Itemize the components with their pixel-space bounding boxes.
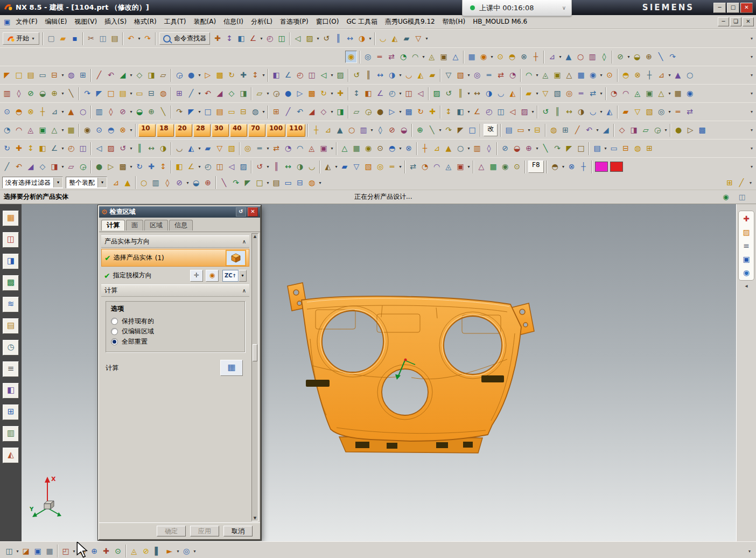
toolbar-icon[interactable]: ◔ <box>419 161 430 172</box>
toolbar-icon[interactable]: □ <box>576 143 586 154</box>
inferred-vector-icon[interactable]: ◉ <box>206 270 219 282</box>
calculate-button[interactable]: ▦ <box>220 360 243 376</box>
toolbar-icon[interactable]: ╱ <box>186 88 197 99</box>
toolbar-icon[interactable]: ◍ <box>548 124 559 136</box>
toolbar-icon[interactable]: ▤ <box>117 88 128 99</box>
toolbar-icon[interactable]: ▦ <box>673 88 683 99</box>
dropdown-arrow-icon[interactable]: ▾ <box>129 73 134 78</box>
toolbar-icon[interactable]: ◠ <box>431 161 442 172</box>
toolbar-icon[interactable]: ◡ <box>495 88 506 99</box>
toolbar-icon[interactable]: ▥ <box>587 51 598 62</box>
toolbar-icon[interactable]: ⊟ <box>238 106 249 117</box>
toolbar-icon[interactable]: ⊙ <box>375 143 386 154</box>
toolbar-icon[interactable]: ▨ <box>519 106 530 117</box>
toolbar-icon[interactable]: ▰ <box>427 69 438 81</box>
toolbar-icon[interactable]: ↺ <box>321 33 332 44</box>
toolbar-icon[interactable]: ◎ <box>564 88 575 99</box>
dropdown-arrow-icon[interactable]: ▾ <box>561 164 566 169</box>
toolbar-icon[interactable]: ◎ <box>375 161 386 172</box>
toolbar-icon[interactable]: ◒ <box>37 88 48 99</box>
dropdown-arrow-icon[interactable]: ▾ <box>368 36 373 41</box>
radio-option[interactable]: 仅编辑区域 <box>111 326 240 337</box>
toolbar-icon[interactable]: ▥ <box>358 124 369 136</box>
selection-tool-icon[interactable]: ◒ <box>191 177 201 189</box>
toolbar-icon[interactable]: ◴ <box>66 143 76 154</box>
toolbar-icon[interactable]: ▥ <box>2 88 12 99</box>
toolbar-icon[interactable]: ◠ <box>13 124 24 136</box>
toolbar-icon[interactable]: ◭ <box>507 88 518 99</box>
dropdown-arrow-icon[interactable]: ▾ <box>185 180 190 185</box>
toolbar-icon[interactable]: ┼ <box>311 124 321 136</box>
toolbar-icon[interactable]: ▲ <box>443 143 454 154</box>
thickness-button[interactable]: 10 <box>138 124 156 137</box>
menu-item[interactable]: 格式(R) <box>130 17 160 26</box>
toolbar-icon[interactable]: ▣ <box>37 124 48 136</box>
toolbar-icon[interactable]: ◑ <box>576 106 586 117</box>
selection-tool-icon[interactable]: ╱ <box>736 177 747 189</box>
thickness-button[interactable]: 18 <box>157 124 174 137</box>
toolbar-icon[interactable]: ◤ <box>94 88 104 99</box>
toolbar-icon[interactable]: ⊕ <box>523 143 534 154</box>
resource-icon[interactable]: ≋ <box>3 297 19 312</box>
radio-option[interactable]: 保持现有的 <box>111 316 240 326</box>
dropdown-arrow-icon[interactable]: ▾ <box>265 91 270 96</box>
toolbar-icon[interactable]: ◊ <box>599 51 610 62</box>
toolbar-icon[interactable]: ▩ <box>306 88 317 99</box>
status-window-icon[interactable]: ◫ <box>737 191 747 203</box>
toolbar-icon[interactable]: ▱ <box>66 161 76 172</box>
toolbar-icon[interactable]: ◎ <box>472 69 482 81</box>
dropdown-arrow-icon[interactable]: ▾ <box>60 109 65 114</box>
selection-tool-icon[interactable]: ◤ <box>242 177 253 189</box>
toolbar-icon[interactable]: ▦ <box>66 124 76 136</box>
dropdown-arrow-icon[interactable]: ▾ <box>599 109 604 114</box>
toolbar-icon[interactable]: ║ <box>455 88 466 99</box>
menu-item[interactable]: 插入(S) <box>101 17 130 26</box>
toolbar-icon[interactable]: ▰ <box>401 33 412 44</box>
toolbar-icon[interactable]: ⊙ <box>2 106 12 117</box>
dropdown-arrow-icon[interactable]: ▾ <box>129 128 134 132</box>
restore-button[interactable]: □ <box>727 3 739 13</box>
toolbar-icon[interactable]: ▽ <box>540 88 551 99</box>
toolbar-icon[interactable]: ◡ <box>587 106 598 117</box>
toolbar-icon[interactable]: ● <box>673 124 684 136</box>
toolbar-icon[interactable]: ↺ <box>351 69 362 81</box>
radio-icon[interactable] <box>111 338 118 345</box>
select-body-button[interactable] <box>226 250 246 266</box>
toolbar-icon[interactable]: ◑ <box>295 161 305 172</box>
toolbar-icon[interactable]: ⊙ <box>94 124 104 136</box>
menu-item[interactable]: HB_MOULD M6.6 <box>469 17 531 26</box>
toolbar-icon[interactable]: △ <box>450 51 461 62</box>
selection-scope-combo[interactable]: 整个装配 ▾ <box>66 177 107 189</box>
dropdown-arrow-icon[interactable]: ▾ <box>330 146 334 151</box>
palette-icon[interactable]: ▨ <box>743 228 750 236</box>
toolbar-icon[interactable]: ↻ <box>415 106 426 117</box>
dropdown-arrow-icon[interactable]: ▾ <box>398 73 403 78</box>
toolbar-overflow-icon[interactable]: ▾ <box>748 54 755 59</box>
toolbar-icon[interactable]: ▷ <box>202 69 213 81</box>
f8-view-button[interactable]: F8 <box>528 161 544 173</box>
toolbar-icon[interactable]: ○ <box>346 124 357 136</box>
dropdown-arrow-icon[interactable]: ▾ <box>663 128 668 132</box>
dropdown-arrow-icon[interactable]: ▾ <box>60 128 65 132</box>
toolbar-icon[interactable]: ═ <box>254 143 265 154</box>
toolbar-icon[interactable]: ║ <box>134 143 145 154</box>
toolbar-icon[interactable]: ↶ <box>584 124 594 136</box>
resource-icon[interactable]: ≡ <box>3 361 19 377</box>
toolbar-icon[interactable]: ▽ <box>214 143 225 154</box>
thickness-button[interactable]: 30 <box>212 124 229 137</box>
toolbar-icon[interactable]: ↶ <box>106 69 116 81</box>
dropdown-arrow-icon[interactable]: ▾ <box>398 164 403 169</box>
statusbar-icon[interactable]: ▣ <box>32 546 43 557</box>
dialog-titlebar[interactable]: ⚙ 检查区域 ↺ ✕ <box>99 206 260 218</box>
toolbar-icon[interactable]: ◧ <box>363 88 374 99</box>
radio-icon[interactable] <box>111 328 118 335</box>
toolbar-icon[interactable]: ◤ <box>564 143 575 154</box>
toolbar-icon[interactable]: ▨ <box>238 161 249 172</box>
toolbar-icon[interactable]: ⇄ <box>408 161 418 172</box>
toolbar-icon[interactable]: ▷ <box>685 124 696 136</box>
open-folder-icon[interactable]: ▰ <box>58 33 68 44</box>
close-button[interactable]: ✕ <box>740 3 753 13</box>
chevron-down-icon[interactable]: ▾ <box>239 270 247 282</box>
toolbar-icon[interactable]: ▦ <box>488 161 499 172</box>
dropdown-arrow-icon[interactable]: ▾ <box>197 146 202 151</box>
